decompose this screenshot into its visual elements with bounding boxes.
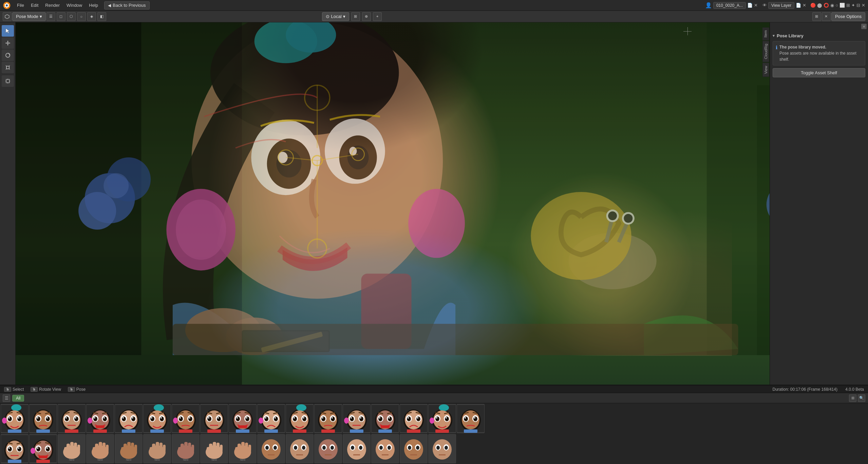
four-view-icon-btn[interactable]: ⊞ — [812, 12, 821, 21]
x3-icon[interactable]: ✕ — [862, 3, 865, 8]
pose-mode-button[interactable]: Pose Mode ▾ — [12, 12, 46, 21]
asset-cell-r2-15[interactable] — [428, 434, 456, 463]
asset-cell-r2-14[interactable] — [400, 434, 428, 463]
asset-filter-all-btn[interactable]: All — [12, 395, 24, 402]
asset-search-btn[interactable]: 🔍 — [858, 394, 865, 402]
asset-cell-r2-13[interactable] — [371, 434, 399, 463]
svg-point-438 — [351, 446, 354, 450]
svg-rect-267 — [350, 429, 363, 433]
gizmo-icon[interactable]: ✦ — [851, 3, 855, 8]
asset-cell-r2-12[interactable] — [343, 434, 371, 463]
asset-cell-r1-6[interactable] — [172, 404, 200, 433]
overlay-icon[interactable]: ⊞ — [846, 3, 850, 8]
asset-cell-r1-14[interactable] — [400, 404, 428, 433]
svg-point-459 — [436, 446, 440, 450]
transform-icon-btn[interactable]: ⊞ — [351, 12, 360, 21]
blender-logo[interactable] — [2, 1, 12, 10]
svg-point-80 — [2, 418, 7, 424]
render-icon[interactable]: 🔴 — [810, 3, 816, 8]
asset-cell-r2-5[interactable]: hand — [143, 434, 171, 463]
svg-rect-403 — [207, 447, 209, 452]
mesh-icon-btn[interactable] — [3, 12, 12, 21]
asset-cell-r1-10[interactable] — [286, 404, 314, 433]
svg-rect-378 — [134, 445, 137, 451]
asset-cell-r2-0[interactable] — [1, 434, 29, 463]
viewport-layout-icon[interactable]: ⊟ — [856, 3, 860, 8]
asset-cell-r2-9[interactable] — [257, 434, 285, 463]
panel-collapse-arrow[interactable]: ▾ — [773, 34, 775, 38]
move-tool-btn[interactable] — [2, 37, 14, 49]
svg-rect-383 — [152, 444, 155, 452]
svg-rect-393 — [188, 443, 191, 451]
local-space-btn[interactable]: ⊙ Local ▾ — [322, 12, 349, 21]
toolbar-icon4[interactable]: ◈ — [87, 12, 96, 21]
asset-cell-r1-7[interactable] — [200, 404, 228, 433]
toolbar-lasso[interactable]: ⬡ — [67, 12, 76, 21]
wire-shade-icon[interactable]: ○ — [835, 3, 838, 8]
asset-cell-r1-0[interactable] — [1, 404, 29, 433]
menu-file[interactable]: File — [14, 0, 27, 11]
transform-tool-btn[interactable] — [2, 75, 14, 87]
snap-icon-btn[interactable]: ⌖ — [373, 12, 382, 21]
menu-window[interactable]: Window — [63, 0, 86, 11]
back-to-previous-button[interactable]: ◀ Back to Previous — [104, 1, 150, 9]
select-key: 🖱 — [4, 387, 11, 392]
x-icon[interactable]: ✕ — [754, 3, 758, 8]
asset-cell-r1-13[interactable] — [371, 404, 399, 433]
svg-text:hand: hand — [240, 459, 245, 461]
svg-point-456 — [433, 439, 452, 460]
close-editor-btn[interactable]: ✕ — [822, 12, 831, 21]
x2-icon[interactable]: ✕ — [803, 3, 806, 8]
menu-render[interactable]: Render — [42, 0, 63, 11]
pivot-icon-btn[interactable]: ⊕ — [362, 12, 371, 21]
asset-cell-r2-10[interactable] — [286, 434, 314, 463]
asset-cell-r2-6[interactable]: hand — [172, 434, 200, 463]
asset-right-controls: ⊞ 🔍 — [849, 394, 865, 402]
toolbar-icon5[interactable]: ◧ — [97, 12, 106, 21]
asset-cell-r2-1[interactable] — [29, 434, 57, 463]
asset-cell-r1-3[interactable] — [86, 404, 114, 433]
asset-cell-r2-8[interactable]: hand — [229, 434, 257, 463]
n-tab-view[interactable]: View — [762, 63, 769, 77]
asset-cell-r1-16[interactable] — [457, 404, 485, 433]
svg-rect-135 — [93, 429, 107, 433]
asset-cell-r2-3[interactable]: hand — [86, 434, 114, 463]
rotate-tool-btn[interactable] — [2, 50, 14, 61]
asset-cell-r1-9[interactable] — [257, 404, 285, 433]
asset-grid-view-btn[interactable]: ⊞ — [849, 394, 856, 402]
pose-options-button[interactable]: Pose Options — [831, 12, 865, 21]
svg-rect-361 — [74, 443, 77, 451]
solid-shade-icon[interactable]: ◉ — [830, 3, 834, 8]
toolbar-select-box[interactable]: ◻ — [57, 12, 65, 21]
rotate-key: 🖱 — [31, 387, 38, 392]
3d-viewport[interactable] — [16, 22, 770, 393]
rendered-shade-icon[interactable]: ⬜ — [839, 3, 845, 8]
n-tab-item[interactable]: Item — [762, 27, 769, 40]
asset-cell-r1-8[interactable] — [229, 404, 257, 433]
toolbar-circle[interactable]: ○ — [77, 12, 86, 21]
asset-cell-r2-2[interactable]: hand — [58, 434, 86, 463]
asset-cell-r1-2[interactable] — [58, 404, 86, 433]
viewport-shade-icon[interactable]: ⬤ — [817, 3, 822, 8]
asset-cell-r2-11[interactable] — [314, 434, 342, 463]
asset-cell-r2-7[interactable]: hand — [200, 434, 228, 463]
hamburger-menu-btn[interactable]: ☰ — [46, 12, 55, 21]
status-pose-label: Pose — [76, 387, 86, 392]
material-ball-icon[interactable]: ⭕ — [824, 3, 829, 8]
menu-help[interactable]: Help — [86, 0, 101, 11]
asset-shelf-menu-btn[interactable]: ☰ — [3, 394, 10, 402]
close-panel-btn[interactable]: ✕ — [861, 24, 867, 29]
toggle-asset-shelf-button[interactable]: Toggle Asset Shelf — [773, 68, 865, 77]
asset-cell-r1-11[interactable] — [314, 404, 342, 433]
scale-tool-btn[interactable] — [2, 62, 14, 73]
cursor-tool-btn[interactable] — [2, 25, 14, 37]
asset-cell-r1-5[interactable] — [143, 404, 171, 433]
asset-cell-r1-12[interactable] — [343, 404, 371, 433]
asset-cell-r2-4[interactable]: hand — [115, 434, 143, 463]
asset-cell-r1-15[interactable] — [428, 404, 456, 433]
menu-edit[interactable]: Edit — [27, 0, 42, 11]
n-tab-cloudrig[interactable]: CloudRig — [762, 41, 769, 62]
svg-point-123 — [88, 418, 92, 424]
asset-cell-r1-4[interactable] — [115, 404, 143, 433]
asset-cell-r1-1[interactable] — [29, 404, 57, 433]
